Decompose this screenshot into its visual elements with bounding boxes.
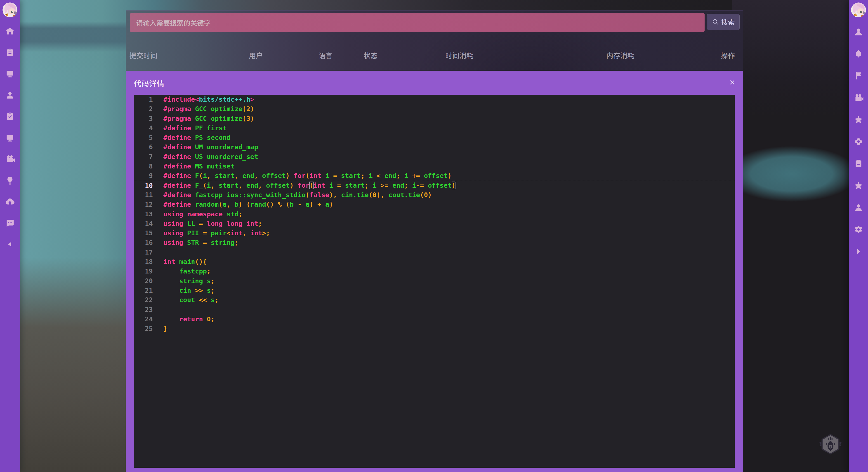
matched-bracket: ): [452, 181, 456, 189]
column-header: 状态: [360, 40, 442, 71]
code-token: main: [175, 258, 195, 266]
code-token: STR: [183, 239, 203, 246]
code-token: MS mutiset: [195, 162, 235, 170]
line-number: 7: [134, 152, 153, 162]
code-token: #define: [163, 172, 195, 179]
code-token: (: [306, 191, 309, 199]
sidebar-item-person[interactable]: [849, 21, 868, 43]
code-line-12: 12#define random(a, b) (rand() % (b - a)…: [134, 200, 735, 209]
code-token: long long int: [203, 220, 258, 228]
code-line-text: return 0;: [163, 314, 215, 324]
code-token: ;: [207, 267, 211, 275]
code-line-text: #define random(a, b) (rand() % (b - a) +…: [163, 200, 333, 209]
code-token: PS second: [195, 134, 230, 141]
sidebar-item-movie-camera[interactable]: [849, 87, 868, 109]
code-token: #define: [163, 153, 195, 161]
code-token: ;: [215, 296, 219, 304]
sidebar-item-star[interactable]: [849, 109, 868, 131]
code-token: =: [337, 181, 341, 189]
modal-header: 代码详情: [126, 71, 743, 95]
code-token: #define: [163, 124, 195, 132]
sidebar-item-person[interactable]: [0, 85, 20, 106]
code-line-text: using STR = string;: [163, 238, 239, 247]
search-input[interactable]: [130, 13, 705, 32]
code-token: F_: [195, 181, 203, 189]
sidebar-item-flag[interactable]: [849, 65, 868, 87]
code-editor[interactable]: 1#include<bits/stdc++.h>2#pragma GCC opt…: [134, 95, 735, 468]
person-icon: [5, 90, 15, 100]
code-token: >;: [262, 229, 270, 237]
code-token: #define: [163, 143, 195, 151]
code-token: (0),: [369, 191, 384, 199]
code-token: ): [286, 172, 293, 179]
code-line-text: #define PF first: [163, 123, 226, 133]
profile-avatar[interactable]: [851, 2, 866, 18]
code-token: ;: [404, 181, 408, 189]
sidebar-item-collapse-left[interactable]: [0, 234, 20, 255]
avatar-image: [851, 2, 866, 18]
sidebar-item-home[interactable]: [0, 20, 20, 42]
close-icon[interactable]: [730, 80, 735, 85]
sidebar-item-target[interactable]: [849, 131, 868, 153]
code-token: (: [199, 172, 203, 179]
user-avatar[interactable]: [2, 2, 18, 18]
code-line-1: 1#include<bits/stdc++.h>: [134, 95, 735, 104]
code-line-text: #define US unordered_set: [163, 152, 258, 162]
left-sidebar: [0, 0, 20, 472]
code-token: offset: [262, 181, 290, 189]
code-line-16: 16using STR = string;: [134, 238, 735, 247]
code-line-text: string s;: [163, 276, 215, 286]
code-token: PII: [183, 229, 203, 237]
code-line-text: using PII = pair<int, int>;: [163, 228, 270, 238]
code-token: offset: [424, 181, 452, 189]
code-token: rand: [250, 201, 266, 208]
sidebar-item-person[interactable]: [849, 197, 868, 218]
sidebar-item-movie-camera[interactable]: [0, 148, 20, 170]
badge-logo-icon: [818, 432, 843, 457]
line-number: 3: [134, 114, 153, 123]
code-token: end: [242, 181, 258, 189]
code-token: <: [377, 172, 380, 179]
code-token: 0;: [203, 315, 215, 323]
sidebar-item-lightbulb[interactable]: [0, 170, 20, 191]
sidebar-item-cloud-upload[interactable]: [0, 191, 20, 212]
code-token: ;: [365, 181, 369, 189]
sidebar-item-expand-right[interactable]: [849, 240, 868, 262]
code-token: ) +: [309, 201, 325, 208]
code-token: F: [195, 172, 199, 179]
code-token: using: [163, 220, 183, 228]
code-token: s: [203, 286, 211, 294]
sidebar-item-clipboard[interactable]: [0, 42, 20, 63]
code-token: string s: [163, 277, 211, 285]
sidebar-item-monitor[interactable]: [0, 63, 20, 85]
code-token: =: [203, 239, 207, 246]
code-line-11: 11#define fastcpp ios::sync_with_stdio(f…: [134, 190, 735, 200]
sidebar-item-star[interactable]: [849, 175, 868, 197]
code-token: (0): [420, 191, 432, 199]
line-number: 10: [134, 181, 153, 190]
code-line-13: 13using namespace std;: [134, 209, 735, 219]
sidebar-item-chat[interactable]: [0, 212, 20, 234]
code-line-20: 20 string s;: [134, 276, 735, 286]
avatar-image: [2, 2, 18, 18]
code-token: +=: [412, 172, 420, 179]
right-sidebar: [849, 0, 868, 472]
sidebar-item-clipboard-check[interactable]: [0, 106, 20, 127]
sidebar-item-gear[interactable]: [849, 218, 868, 240]
sidebar-item-clipboard[interactable]: [849, 153, 868, 175]
line-number: 20: [134, 276, 153, 286]
code-token: start: [341, 181, 365, 189]
search-button[interactable]: 搜索: [707, 14, 740, 30]
code-line-text: #define F(i, start, end, offset) for(int…: [163, 171, 452, 180]
code-line-9: 9#define F(i, start, end, offset) for(in…: [134, 171, 735, 180]
code-token: =: [199, 220, 203, 228]
code-token: a: [306, 201, 309, 208]
code-line-3: 3#pragma GCC optimize(3): [134, 114, 735, 123]
code-token: ): [447, 172, 452, 179]
code-token: (2): [242, 105, 254, 113]
code-line-text: #define MS mutiset: [163, 162, 235, 171]
sidebar-item-monitor[interactable]: [0, 127, 20, 148]
movie-camera-icon: [854, 93, 864, 103]
sidebar-item-bell[interactable]: [849, 43, 868, 65]
code-line-text: }: [163, 324, 167, 333]
